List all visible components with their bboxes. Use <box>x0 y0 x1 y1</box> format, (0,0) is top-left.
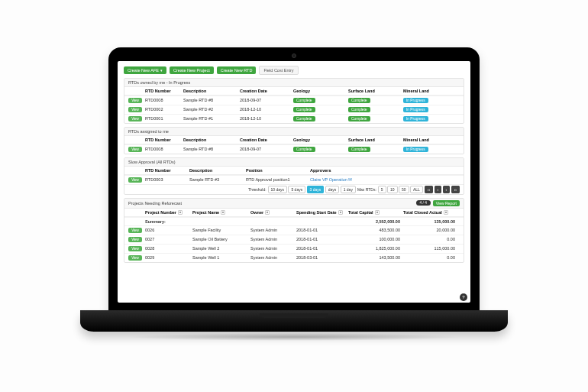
cell-rtd-number: RTD0008 <box>145 147 180 151</box>
pager-button[interactable]: › <box>443 186 451 193</box>
status-chip: Complete <box>293 147 315 152</box>
view-button[interactable]: View <box>128 116 142 121</box>
create-rtd-button[interactable]: Create New RTD <box>217 66 257 74</box>
view-button[interactable]: View <box>128 177 142 183</box>
summary-closed: 135,000.00 <box>403 219 455 224</box>
threshold-option[interactable]: days <box>325 186 340 193</box>
col-project-name[interactable]: Project Name <box>192 210 219 215</box>
cell-mineral: In Progress <box>403 147 455 152</box>
max-option[interactable]: 5 <box>378 186 386 193</box>
col-total-closed-actual[interactable]: Total Closed Actual <box>403 210 442 215</box>
cell-description: Sample RTD #1 <box>183 116 237 121</box>
sort-icon[interactable]: ▾ <box>178 210 183 215</box>
col-project-number[interactable]: Project Number <box>145 210 176 215</box>
sort-icon[interactable]: ▾ <box>265 210 270 215</box>
max-option[interactable]: 10 <box>387 186 398 193</box>
cell-surface: Complete <box>348 98 400 103</box>
view-button[interactable]: View <box>128 255 142 261</box>
cell-description: Sample RTD #2 <box>183 107 237 112</box>
cell-capital: 143,500.00 <box>348 255 400 260</box>
max-rtds-label: Max RTDs: <box>357 187 376 192</box>
table-row: View 0029 Sample Well 1 System Admin 201… <box>124 253 464 262</box>
col-description: Description <box>183 89 237 93</box>
cell-project-name: Sample Well 2 <box>192 246 247 251</box>
cell-project-name: Sample Well 1 <box>192 255 247 260</box>
cell-rtd-number: RTD0002 <box>145 107 180 112</box>
table-row: View 0026 Sample Facility System Admin 2… <box>124 225 464 235</box>
sort-icon[interactable]: ▾ <box>375 210 380 215</box>
col-position: Position <box>246 168 307 173</box>
panel-title: Slow Approval (All RTDs) <box>124 158 464 167</box>
help-fab[interactable]: ? <box>460 293 467 301</box>
status-chip: Complete <box>293 107 315 112</box>
table-row: View RTD0008 Sample RTD #8 2018-09-07 Co… <box>124 144 464 154</box>
cell-description: Sample RTD #8 <box>183 98 237 102</box>
view-button[interactable]: View <box>128 147 142 152</box>
col-mineral-land: Mineral Land <box>403 138 455 142</box>
view-button[interactable]: View <box>128 98 142 103</box>
sort-icon[interactable]: ▾ <box>444 210 448 215</box>
table-header: RTD Number Description Position Approver… <box>124 167 464 175</box>
col-geology: Geology <box>293 138 345 142</box>
cell-geology: Complete <box>293 107 345 112</box>
sort-icon[interactable]: ▾ <box>338 210 343 215</box>
cell-date: 2018-12-10 <box>240 116 290 121</box>
panel-title: RTDs assigned to me <box>124 128 464 136</box>
pager-button[interactable]: ‹‹ <box>425 186 433 193</box>
cell-geology: Complete <box>293 147 345 152</box>
threshold-option[interactable]: 3 days <box>307 186 325 193</box>
col-total-capital[interactable]: Total Capital <box>348 210 373 215</box>
col-spending-start-date[interactable]: Spending Start Date <box>296 210 337 215</box>
cell-closed: 20,000.00 <box>403 228 455 232</box>
view-button[interactable]: View <box>128 237 142 242</box>
table-row: View RTD0002 Sample RTD #2 2018-12-10 Co… <box>124 105 464 114</box>
cell-mineral: In Progress <box>403 116 455 121</box>
max-option[interactable]: 50 <box>399 186 409 193</box>
status-chip: Complete <box>293 98 315 103</box>
cell-owner: System Admin <box>250 237 293 241</box>
main-toolbar: Create New AFE ▾ Create New Project Crea… <box>124 66 464 75</box>
col-mineral-land: Mineral Land <box>403 89 455 93</box>
table-row: View RTD0001 Sample RTD #1 2018-12-10 Co… <box>124 114 464 123</box>
status-chip: Complete <box>293 116 315 121</box>
col-surface-land: Surface Land <box>348 89 400 93</box>
cell-owner: System Admin <box>250 228 293 232</box>
view-report-button[interactable]: View Report <box>433 200 460 206</box>
view-button[interactable]: View <box>128 228 142 233</box>
cell-date: 2018-01-01 <box>296 246 345 251</box>
cell-rtd-number: RTD0001 <box>145 116 180 121</box>
threshold-option[interactable]: 1 day <box>341 186 356 193</box>
col-owner[interactable]: Owner <box>250 210 263 215</box>
table-header: Project Number▾ Project Name▾ Owner▾ Spe… <box>124 209 464 217</box>
max-option[interactable]: ALL <box>410 186 423 193</box>
cell-closed: 115,000.00 <box>403 246 455 251</box>
summary-capital: 2,552,000.00 <box>348 219 400 224</box>
view-button[interactable]: View <box>128 107 142 112</box>
status-chip: Complete <box>348 116 370 121</box>
field-cost-entry-button[interactable]: Field Cost Entry <box>259 66 298 75</box>
mail-icon[interactable]: ✉ <box>348 177 352 182</box>
count-badge: 4 / 4 <box>416 200 431 206</box>
pager-button[interactable]: ‹ <box>435 186 442 193</box>
sort-icon[interactable]: ▾ <box>221 210 225 215</box>
col-rtd-number: RTD Number <box>145 138 180 142</box>
threshold-option[interactable]: 10 days <box>268 186 288 193</box>
cell-date: 2018-03-01 <box>296 255 345 260</box>
cell-capital: 100,000.00 <box>348 237 400 241</box>
cell-surface: Complete <box>348 147 400 152</box>
table-row: View RTD0003 Sample RTD #3 RTD Approval … <box>124 175 464 184</box>
col-rtd-number: RTD Number <box>145 168 186 173</box>
threshold-filter-bar: Threshold: 10 days 5 days 3 days days 1 … <box>124 184 464 194</box>
status-chip: Complete <box>348 147 370 152</box>
create-project-button[interactable]: Create New Project <box>170 66 214 74</box>
cell-surface: Complete <box>348 116 400 121</box>
col-surface-land: Surface Land <box>348 138 400 142</box>
create-afe-button[interactable]: Create New AFE ▾ <box>124 66 166 74</box>
view-button[interactable]: View <box>128 246 142 251</box>
pager-button[interactable]: ›› <box>451 186 460 193</box>
cell-closed: 0.00 <box>403 255 455 260</box>
cell-capital: 483,500.00 <box>348 228 400 232</box>
field-cost-entry-label: Field Cost Entry <box>263 68 293 73</box>
summary-label: Summary: <box>145 219 189 224</box>
threshold-option[interactable]: 5 days <box>288 186 305 193</box>
